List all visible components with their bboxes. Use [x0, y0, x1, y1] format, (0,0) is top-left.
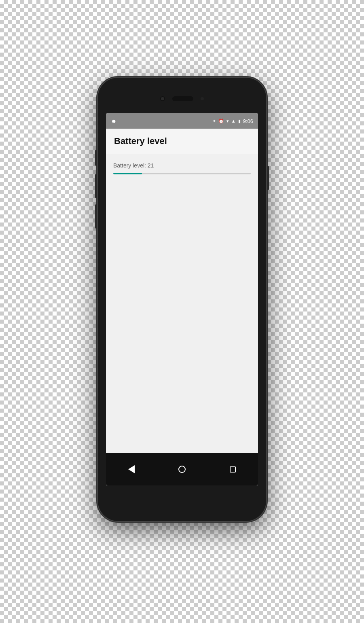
- phone-top: [97, 85, 267, 112]
- battery-level-text: Battery level: 21: [113, 162, 251, 169]
- recents-icon: [230, 466, 236, 473]
- android-notification-icon: ☻: [111, 118, 117, 124]
- silent-button[interactable]: [95, 150, 97, 166]
- volume-up-button[interactable]: [95, 174, 97, 198]
- signal-icon: ▲: [231, 119, 236, 123]
- home-icon: [178, 466, 186, 473]
- volume-down-button[interactable]: [95, 204, 97, 229]
- bluetooth-icon: ✦: [212, 119, 216, 124]
- phone-screen: ☻ ✦ ⏰ ▾ ▲ ▮ 9:06 Battery level Battery l…: [106, 113, 258, 485]
- nav-bar: [106, 453, 258, 485]
- status-bar-right: ✦ ⏰ ▾ ▲ ▮ 9:06: [212, 118, 253, 124]
- status-bar-left: ☻: [111, 118, 212, 124]
- status-bar: ☻ ✦ ⏰ ▾ ▲ ▮ 9:06: [106, 113, 258, 129]
- recents-button[interactable]: [222, 461, 243, 477]
- power-button[interactable]: [267, 166, 269, 190]
- back-icon: [128, 465, 135, 473]
- earpiece-speaker: [172, 96, 193, 101]
- main-content: Battery level: 21: [106, 154, 258, 485]
- status-time: 9:06: [243, 118, 253, 124]
- front-camera: [160, 96, 165, 101]
- back-button[interactable]: [121, 461, 142, 477]
- content-area: Battery level: 21: [106, 154, 258, 485]
- battery-status-icon: ▮: [238, 119, 241, 124]
- phone-device: ☻ ✦ ⏰ ▾ ▲ ▮ 9:06 Battery level Battery l…: [97, 77, 267, 522]
- home-button[interactable]: [172, 461, 192, 477]
- alarm-icon: ⏰: [218, 119, 224, 124]
- proximity-sensor: [201, 97, 204, 100]
- wifi-icon: ▾: [226, 119, 229, 124]
- battery-progress-container: [113, 173, 251, 174]
- app-title: Battery level: [114, 136, 250, 146]
- app-bar: Battery level: [106, 129, 258, 154]
- battery-progress-fill: [113, 173, 142, 174]
